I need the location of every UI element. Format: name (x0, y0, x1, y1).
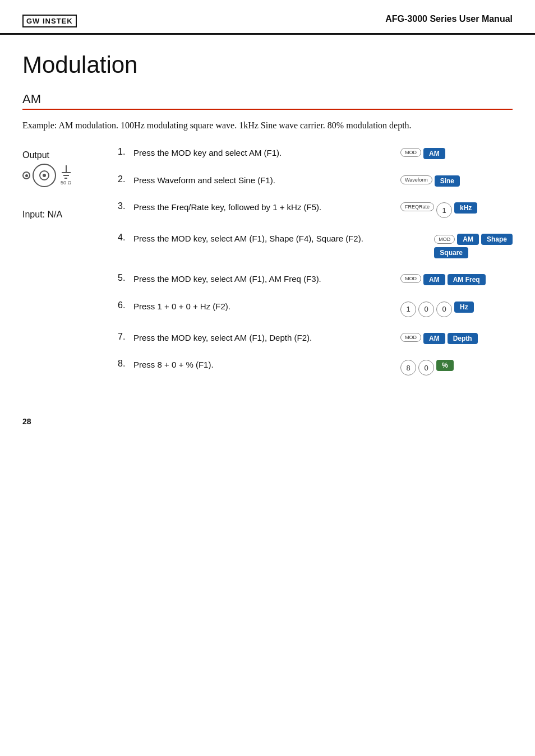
step-text: Press the MOD key, select AM (F1), Shape… (133, 231, 427, 245)
step-number: 4. (118, 231, 133, 243)
connector-inner-ring (39, 170, 49, 180)
key-button: Waveform (400, 175, 432, 184)
big-connector-circle (33, 164, 56, 187)
key-button: MOD (434, 235, 455, 244)
connector-diagram: 50 Ω (22, 164, 118, 187)
key-button: AM (423, 333, 445, 344)
key-button: AM (457, 234, 479, 245)
step-text: Press the Freq/Rate key, followed by 1 +… (133, 200, 394, 214)
key-button: Square (434, 247, 468, 258)
key-button: % (436, 360, 454, 371)
page-header: GW INSTEK AFG-3000 Series User Manual (0, 0, 535, 35)
step-text: Press 1 + 0 + 0 + Hz (F2). (133, 299, 394, 313)
company-logo: GW INSTEK (22, 10, 77, 27)
step-keys: 100Hz (400, 299, 513, 317)
key-button: AM (423, 148, 445, 159)
page-number: 28 (22, 417, 31, 426)
step-row: 5.Press the MOD key, select AM (F1), AM … (118, 272, 513, 286)
key-button: AM Freq (448, 274, 486, 285)
example-description: Example: AM modulation. 100Hz modulating… (22, 119, 513, 132)
key-button: 0 (418, 360, 434, 375)
step-row: 2.Press Waveform and select Sine (F1).Wa… (118, 173, 513, 187)
key-button: MOD (400, 274, 421, 283)
section-divider (22, 109, 513, 110)
key-button: Sine (435, 175, 460, 187)
key-button: 1 (436, 202, 452, 218)
key-button: FREQRate (400, 202, 434, 211)
step-row: 1.Press the MOD key and select AM (F1).M… (118, 146, 513, 160)
step-number: 6. (118, 299, 133, 310)
step-text: Press 8 + 0 + % (F1). (133, 358, 394, 372)
step-keys: WaveformSine (400, 173, 513, 187)
small-connector-circle (22, 171, 30, 179)
step-text: Press the MOD key, select AM (F1), AM Fr… (133, 272, 394, 286)
main-layout: Output 50 Ω Input (22, 146, 513, 389)
step-keys-multiline: MODAMShapeSquare (434, 231, 513, 258)
key-button: kHz (454, 202, 477, 214)
page-content: Modulation AM Example: AM modulation. 10… (0, 35, 535, 411)
step-number: 1. (118, 146, 133, 157)
key-button: MOD (400, 333, 421, 342)
page-title: Modulation (22, 52, 513, 78)
step-keys: 80% (400, 358, 513, 375)
key-button: AM (423, 274, 445, 285)
step-text: Press the MOD key, select AM (F1), Depth… (133, 331, 394, 345)
step-text: Press the MOD key and select AM (F1). (133, 146, 394, 160)
step-row: 6.Press 1 + 0 + 0 + Hz (F2).100Hz (118, 299, 513, 317)
steps-list: 1.Press the MOD key and select AM (F1).M… (118, 146, 513, 375)
left-column: Output 50 Ω Input (22, 146, 118, 389)
key-button: 0 (418, 302, 434, 317)
steps-column: 1.Press the MOD key and select AM (F1).M… (118, 146, 513, 389)
step-row: 8.Press 8 + 0 + % (F1).80% (118, 358, 513, 375)
ground-symbol: 50 Ω (61, 165, 71, 185)
step-number: 5. (118, 272, 133, 283)
key-button: Hz (454, 302, 474, 313)
output-label: Output (22, 150, 118, 160)
manual-title: AFG-3000 Series User Manual (385, 14, 513, 24)
step-number: 3. (118, 200, 133, 211)
key-button: Depth (448, 333, 478, 344)
step-keys: MODAMDepth (400, 331, 513, 344)
step-row: 3.Press the Freq/Rate key, followed by 1… (118, 200, 513, 218)
key-button: Shape (481, 234, 513, 245)
step-keys: MODAMAM Freq (400, 272, 513, 285)
step-number: 2. (118, 173, 133, 184)
step-row: 7.Press the MOD key, select AM (F1), Dep… (118, 331, 513, 345)
page-footer: 28 (0, 411, 535, 432)
step-keys: MODAM (400, 146, 513, 159)
input-label: Input: N/A (22, 210, 118, 220)
key-button: 0 (436, 302, 452, 317)
step-number: 7. (118, 331, 133, 342)
step-number: 8. (118, 358, 133, 369)
step-text: Press Waveform and select Sine (F1). (133, 173, 394, 187)
keys-line: Square (434, 247, 513, 258)
section-title: AM (22, 92, 513, 106)
key-button: 1 (400, 302, 416, 317)
step-keys: FREQRate1kHz (400, 200, 513, 218)
ohm-label: 50 Ω (61, 180, 71, 185)
keys-line: MODAMShape (434, 234, 513, 245)
key-button: MOD (400, 148, 421, 157)
key-button: 8 (400, 360, 416, 375)
step-row: 4.Press the MOD key, select AM (F1), Sha… (118, 231, 513, 258)
